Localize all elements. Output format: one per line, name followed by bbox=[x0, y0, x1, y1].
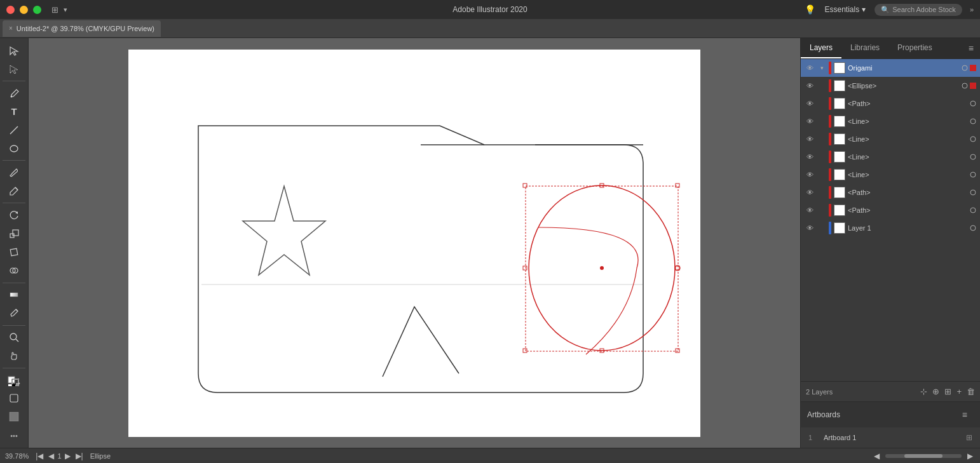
visibility-icon-line4[interactable]: 👁 bbox=[805, 170, 815, 180]
navigator-right-button[interactable]: ▶ bbox=[965, 451, 975, 461]
locate-object-button[interactable]: ⊹ bbox=[920, 387, 927, 396]
screen-mode-tool[interactable] bbox=[5, 408, 23, 426]
more-tools-button[interactable]: ••• bbox=[5, 427, 23, 444]
zoom-percentage: 39.78% bbox=[5, 452, 29, 460]
tool-separator-5 bbox=[3, 325, 25, 326]
panel-collapse-icon[interactable]: » bbox=[970, 6, 974, 13]
layer-path-2[interactable]: 👁 <Path> bbox=[801, 184, 980, 201]
panel-menu-button[interactable]: ≡ bbox=[962, 39, 980, 57]
svg-rect-6 bbox=[13, 230, 18, 236]
visibility-icon-line2[interactable]: 👁 bbox=[805, 134, 815, 144]
line-tool[interactable] bbox=[5, 121, 23, 138]
artboards-menu-button[interactable]: ≡ bbox=[956, 406, 974, 424]
visibility-icon-ellipse[interactable]: 👁 bbox=[805, 81, 815, 91]
layer-status-icons-path1 bbox=[970, 100, 976, 107]
eyedropper-tool[interactable] bbox=[5, 305, 23, 322]
paintbrush-tool[interactable] bbox=[5, 164, 23, 181]
close-button[interactable] bbox=[6, 6, 15, 14]
layer-status-icons-ellipse bbox=[962, 83, 976, 89]
tool-separator-2 bbox=[3, 160, 25, 161]
svg-text:↩: ↩ bbox=[16, 381, 20, 386]
visibility-icon-path3[interactable]: 👁 bbox=[805, 205, 815, 215]
scroll-bar[interactable] bbox=[885, 454, 962, 458]
tab-layers[interactable]: Layers bbox=[801, 38, 841, 58]
layer-line-1[interactable]: 👁 <Line> bbox=[801, 112, 980, 130]
layer-color-ellipse bbox=[829, 79, 831, 92]
layer-line-2[interactable]: 👁 <Line> bbox=[801, 130, 980, 148]
layer-lock-icon bbox=[970, 65, 976, 71]
rotate-tool[interactable] bbox=[5, 206, 23, 224]
fullscreen-button[interactable] bbox=[33, 6, 41, 14]
direct-selection-tool[interactable] bbox=[5, 60, 23, 77]
stock-search[interactable]: 🔍 Search Adobe Stock bbox=[875, 4, 962, 16]
layer-name-line3: <Line> bbox=[848, 153, 967, 161]
lightbulb-icon[interactable]: 💡 bbox=[805, 4, 815, 15]
artboard-item-1[interactable]: 1 Artboard 1 ⊞ bbox=[801, 427, 980, 448]
visibility-icon-layer1[interactable]: 👁 bbox=[805, 223, 815, 233]
make-sublayer-button[interactable]: ⊞ bbox=[944, 387, 951, 396]
document-tab[interactable]: × Untitled-2* @ 39.78% (CMYK/GPU Preview… bbox=[3, 20, 161, 37]
active-tool-name: Ellipse bbox=[90, 452, 111, 460]
scale-tool[interactable] bbox=[5, 225, 23, 242]
zoom-next-page[interactable]: ▶ bbox=[63, 451, 72, 461]
layer-color-path3 bbox=[829, 204, 831, 217]
type-tool[interactable]: T bbox=[5, 103, 23, 120]
tab-libraries[interactable]: Libraries bbox=[841, 38, 888, 58]
tab-close-icon[interactable]: × bbox=[9, 25, 13, 32]
shape-builder-tool[interactable] bbox=[5, 262, 23, 279]
essentials-button[interactable]: Essentials ▾ bbox=[820, 4, 869, 15]
layer-origami[interactable]: 👁 ▾ Origami bbox=[801, 59, 980, 77]
bottom-bar: 39.78% |◀ ◀ 1 ▶ ▶| Ellipse ◀ ▶ bbox=[0, 448, 980, 463]
hand-tool[interactable] bbox=[5, 347, 23, 365]
layer-line-4[interactable]: 👁 <Line> bbox=[801, 166, 980, 184]
svg-marker-24 bbox=[243, 186, 325, 275]
layer-path-1[interactable]: 👁 <Path> bbox=[801, 95, 980, 112]
fill-stroke-tool[interactable]: ↩ bbox=[5, 372, 23, 389]
visibility-icon-path2[interactable]: 👁 bbox=[805, 187, 815, 198]
free-transform-tool[interactable] bbox=[5, 244, 23, 261]
draw-mode-tool[interactable] bbox=[5, 390, 23, 407]
navigator-button[interactable]: ◀ bbox=[872, 451, 881, 461]
tab-properties[interactable]: Properties bbox=[888, 38, 941, 58]
gradient-tool[interactable] bbox=[5, 286, 23, 304]
delete-layer-button[interactable]: 🗑 bbox=[967, 387, 975, 396]
expand-icon-origami[interactable]: ▾ bbox=[817, 65, 826, 71]
visibility-icon-line3[interactable]: 👁 bbox=[805, 152, 815, 162]
zoom-to-selection-button[interactable]: ⊕ bbox=[932, 387, 939, 396]
visibility-icon-origami[interactable]: 👁 bbox=[805, 63, 815, 73]
layer-path-3[interactable]: 👁 <Path> bbox=[801, 201, 980, 219]
new-layer-button[interactable]: + bbox=[956, 387, 962, 396]
tool-separator-1 bbox=[3, 81, 25, 81]
layer-1[interactable]: 👁 Layer 1 bbox=[801, 219, 980, 237]
zoom-last-page[interactable]: ▶| bbox=[74, 451, 85, 461]
layer-name-ellipse: <Ellipse> bbox=[848, 82, 959, 90]
shape-tool[interactable] bbox=[5, 140, 23, 157]
layer-color-layer1 bbox=[829, 222, 831, 234]
main-layout: T bbox=[0, 38, 980, 448]
canvas-area[interactable] bbox=[29, 38, 800, 448]
layers-panel-bottom: 2 Layers ⊹ ⊕ ⊞ + 🗑 bbox=[801, 381, 980, 401]
svg-rect-34 bbox=[676, 349, 679, 352]
minimize-button[interactable] bbox=[20, 6, 28, 14]
visibility-icon-path1[interactable]: 👁 bbox=[805, 98, 815, 109]
zoom-prev-page[interactable]: ◀ bbox=[46, 451, 56, 461]
svg-line-1 bbox=[10, 126, 18, 134]
zoom-first-page[interactable]: |◀ bbox=[34, 451, 45, 461]
stock-search-placeholder: Search Adobe Stock bbox=[892, 6, 956, 13]
selection-tool[interactable] bbox=[5, 42, 23, 59]
artboards-header: Artboards ≡ bbox=[801, 402, 980, 427]
layer-color-origami bbox=[829, 62, 831, 74]
svg-point-46 bbox=[970, 208, 976, 213]
layer-ellipse[interactable]: 👁 <Ellipse> bbox=[801, 77, 980, 95]
visibility-icon-line1[interactable]: 👁 bbox=[805, 116, 815, 126]
window-layout-dropdown[interactable]: ▾ bbox=[64, 6, 67, 14]
artboard-export-icon[interactable]: ⊞ bbox=[966, 433, 972, 442]
pencil-tool[interactable] bbox=[5, 182, 23, 199]
zoom-tool[interactable] bbox=[5, 329, 23, 346]
layer-status-icons-path3 bbox=[970, 207, 976, 213]
layer-line-3[interactable]: 👁 <Line> bbox=[801, 148, 980, 166]
layer-filled-square-ellipse bbox=[970, 83, 976, 89]
pen-tool[interactable] bbox=[5, 84, 23, 102]
window-layout-icon: ⊞ bbox=[51, 5, 58, 15]
svg-point-38 bbox=[962, 65, 967, 70]
